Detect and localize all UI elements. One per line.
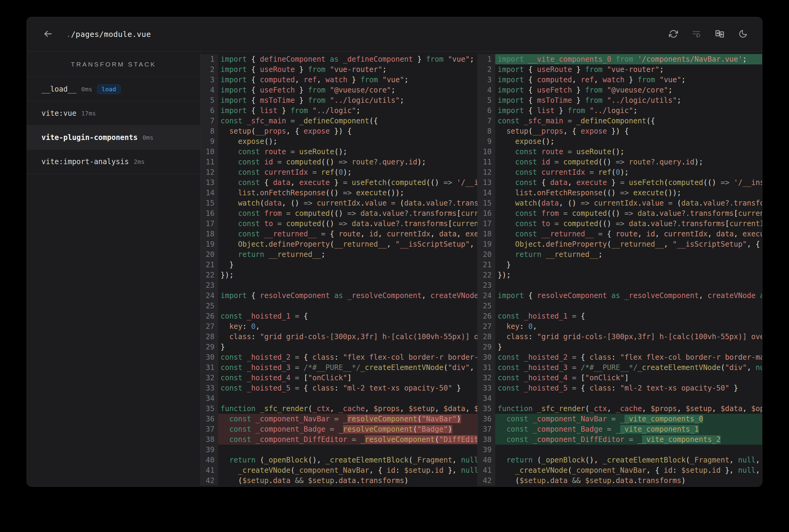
line-number: 24 xyxy=(201,290,218,301)
diff-highlighted-code: import __vite_components_0 from '/compon… xyxy=(495,54,762,64)
dark-mode-button[interactable] xyxy=(736,27,750,42)
code-text: import { useFetch } from "@vueuse/core"; xyxy=(495,85,762,95)
code-text: class: "grid grid-cols-[300px,3fr] h-[ca… xyxy=(218,331,477,342)
code-text xyxy=(495,301,762,311)
code-line: 41 _createVNode(_component_NavBar, { id:… xyxy=(201,465,477,475)
code-text xyxy=(218,393,477,403)
line-number: 29 xyxy=(478,342,495,352)
code-text: const __returned__ = { route, id, curren… xyxy=(218,229,477,239)
sidebar-item-vite-import-analysis[interactable]: vite:import-analysis 2ms xyxy=(27,150,200,174)
refresh-button[interactable] xyxy=(666,27,680,42)
code-line: 1import { defineComponent as _defineComp… xyxy=(201,54,477,64)
line-number: 29 xyxy=(201,342,218,352)
code-line: 39 xyxy=(201,445,477,455)
line-number: 28 xyxy=(201,331,218,342)
line-number: 11 xyxy=(201,157,218,167)
file-path-title: ./pages/module.vue xyxy=(66,30,151,39)
dark-mode-moon-icon xyxy=(738,29,748,39)
code-text: ($setup.data && $setup.data.transforms) xyxy=(218,475,477,486)
file-path-rest: /pages/module.vue xyxy=(71,30,151,39)
code-line: 36 const _component_NavBar = __vite_comp… xyxy=(478,414,762,424)
code-line: 15 watch(data, () => currentIdx.value = … xyxy=(478,198,762,208)
line-wrap-button[interactable] xyxy=(690,27,703,42)
code-line: 26const _hoisted_1 = { xyxy=(201,311,477,321)
code-text: } xyxy=(495,260,762,270)
code-text: const _sfc_main = _defineComponent({ xyxy=(218,116,477,126)
code-text: const _hoisted_4 = ["onClick"] xyxy=(218,373,477,383)
code-line: 12 const currentIdx = ref(0); xyxy=(478,167,762,177)
line-number: 15 xyxy=(201,198,218,208)
code-line: 33const _hoisted_5 = { class: "ml-2 text… xyxy=(201,383,477,393)
code-text: const _hoisted_3 = /*#__PURE__*/_createE… xyxy=(495,362,762,373)
code-line: 25 xyxy=(478,301,762,311)
back-button[interactable] xyxy=(40,26,55,42)
code-text: expose(); xyxy=(218,136,477,147)
code-line: 16 const from = computed(() => data.valu… xyxy=(478,208,762,218)
code-text: const _hoisted_2 = { class: "flex flex-c… xyxy=(495,352,762,362)
side-by-side-button[interactable] xyxy=(713,26,727,42)
code-line: 17 const to = computed(() => data.value?… xyxy=(201,218,477,229)
code-text: const _hoisted_2 = { class: "flex flex-c… xyxy=(218,352,477,362)
sidebar-item-load[interactable]: __load__ 0ms load xyxy=(27,77,200,101)
code-text: import { useRoute } from "vue-router"; xyxy=(218,64,477,75)
code-text: const _hoisted_5 = { class: "ml-2 text-x… xyxy=(218,383,477,393)
line-number: 2 xyxy=(478,64,495,75)
line-number: 5 xyxy=(201,95,218,106)
code-line: 6import { list } from "../logic"; xyxy=(201,106,477,116)
transformed-code-panel[interactable]: 1import __vite_components_0 from '/compo… xyxy=(478,52,762,486)
code-line: 2import { useRoute } from "vue-router"; xyxy=(478,64,762,75)
code-text: const _sfc_main = _defineComponent({ xyxy=(495,116,762,126)
code-text: const currentIdx = ref(0); xyxy=(495,167,762,177)
line-number: 36 xyxy=(478,414,495,424)
code-line: 9 expose(); xyxy=(201,136,477,147)
code-line: 36 const _component_NavBar = _resolveCom… xyxy=(201,414,477,424)
sidebar-item-vite-vue[interactable]: vite:vue 17ms xyxy=(27,101,200,126)
original-code-panel[interactable]: 1import { defineComponent as _defineComp… xyxy=(201,52,478,486)
line-number: 21 xyxy=(201,260,218,270)
code-line: 35function _sfc_render(_ctx, _cache, $pr… xyxy=(201,403,477,414)
line-number: 26 xyxy=(201,311,218,321)
line-number: 34 xyxy=(201,393,218,403)
code-line: 40 return (_openBlock(), _createElementB… xyxy=(201,455,477,465)
sidebar-item-vite-plugin-components[interactable]: vite-plugin-components 0ms xyxy=(27,126,200,150)
diff-highlighted-code: const _component_NavBar = __vite_compone… xyxy=(495,414,762,424)
transform-stack-sidebar: TRANSFORM STACK __load__ 0ms load vite:v… xyxy=(27,52,201,486)
line-number: 22 xyxy=(201,270,218,280)
code-text: import { msToTime } from "../logic/utils… xyxy=(218,95,477,106)
file-path-dot: . xyxy=(66,30,71,39)
code-line: 8 setup(__props, { expose }) { xyxy=(201,126,477,136)
plugin-name: vite-plugin-components xyxy=(41,133,137,142)
code-text: list.onFetchResponse(() => execute()); xyxy=(218,188,477,198)
line-number: 12 xyxy=(478,167,495,177)
refresh-icon xyxy=(669,29,678,39)
code-text: list.onFetchResponse(() => execute()); xyxy=(495,188,762,198)
code-line: 31const _hoisted_3 = /*#__PURE__*/_creat… xyxy=(201,362,477,373)
code-line: 18 const __returned__ = { route, id, cur… xyxy=(478,229,762,239)
code-line: 5import { msToTime } from "../logic/util… xyxy=(478,95,762,106)
code-text: return __returned__; xyxy=(495,249,762,260)
code-line: 23 xyxy=(478,280,762,290)
code-text: import { msToTime } from "../logic/utils… xyxy=(495,95,762,106)
code-text xyxy=(495,445,762,455)
code-line: 39 xyxy=(478,445,762,455)
line-number: 38 xyxy=(478,434,495,445)
line-number: 16 xyxy=(201,208,218,218)
side-by-side-diff-icon xyxy=(715,29,724,40)
code-text: return __returned__; xyxy=(218,249,477,260)
code-line: 25 xyxy=(201,301,477,311)
diff-editor: 1import { defineComponent as _defineComp… xyxy=(201,52,762,486)
code-text: watch(data, () => currentIdx.value = (da… xyxy=(218,198,477,208)
line-number: 18 xyxy=(478,229,495,239)
code-line: 34 xyxy=(478,393,762,403)
code-line: 14 list.onFetchResponse(() => execute())… xyxy=(201,188,477,198)
code-line: 22}); xyxy=(478,270,762,280)
line-number: 33 xyxy=(201,383,218,393)
code-line: 8 setup(__props, { expose }) { xyxy=(478,126,762,136)
code-line: 27 key: 0, xyxy=(478,321,762,331)
code-line: 40 return (_openBlock(), _createElementB… xyxy=(478,455,762,465)
code-text: } xyxy=(218,342,477,352)
code-line: 14 list.onFetchResponse(() => execute())… xyxy=(478,188,762,198)
line-number: 36 xyxy=(201,414,218,424)
code-text: const _hoisted_3 = /*#__PURE__*/_createE… xyxy=(218,362,477,373)
code-line: 24import { resolveComponent as _resolveC… xyxy=(201,290,477,301)
